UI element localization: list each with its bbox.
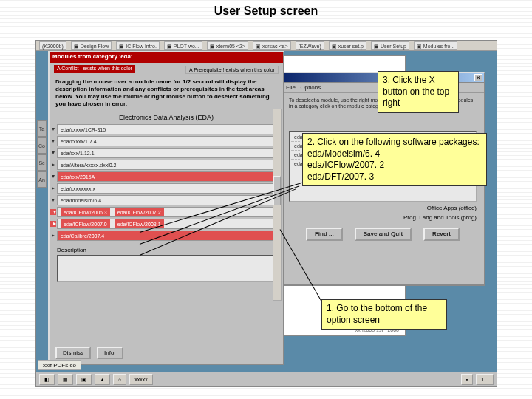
- wintab[interactable]: ▣ xuser set.p: [329, 41, 366, 50]
- module-item[interactable]: ▸eda/Altera/xxxxx.dxxl0.2: [57, 160, 276, 170]
- wintab[interactable]: ▣ Design Flow: [71, 41, 112, 50]
- close-icon[interactable]: ✕: [474, 74, 482, 81]
- menu-options[interactable]: Options: [301, 84, 321, 91]
- expand-icon[interactable]: ▸: [50, 162, 56, 168]
- callout-3: 3. Click the X button on the top right: [378, 71, 459, 113]
- save-quit-button[interactable]: Save and Quit: [355, 228, 412, 241]
- module-item[interactable]: ▾eda/xxx/1.12.1: [57, 148, 276, 158]
- page-title: User Setup screen: [0, 4, 532, 18]
- wintab[interactable]: ▣ User Setup: [371, 41, 409, 50]
- modules-instructions: Dragging the mouse over a module name fo…: [55, 78, 277, 108]
- section-label-prog: Prog. Lang and Tools (prog): [289, 214, 477, 222]
- find-button[interactable]: Find ...: [306, 228, 343, 241]
- side-tab[interactable]: Ta: [37, 120, 47, 137]
- taskbar-item[interactable]: xxxxx: [129, 374, 153, 385]
- taskbar: ◧ ▦ ▣ ▲ ⌂ xxxxx ▪ 1...: [36, 372, 497, 386]
- taskbar-item[interactable]: ▪: [461, 374, 473, 385]
- scrollbar[interactable]: [273, 109, 282, 301]
- module-item[interactable]: ▾eda/xxxxx/1.7.4: [57, 136, 276, 146]
- module-item[interactable]: ▸eda/xxxxxxxx.x: [57, 183, 276, 194]
- taskbar-item[interactable]: ⌂: [113, 374, 126, 385]
- expand-icon[interactable]: ▾: [50, 138, 56, 144]
- menu-file[interactable]: File: [286, 84, 296, 91]
- revert-button[interactable]: Revert: [423, 228, 460, 241]
- expand-icon[interactable]: ▸: [50, 185, 56, 191]
- description-label: Description: [57, 247, 276, 253]
- side-tab[interactable]: Sc: [37, 154, 47, 171]
- taskbar-item[interactable]: 1...: [476, 374, 494, 385]
- taskbar-item[interactable]: ◧: [39, 374, 55, 385]
- prereq-warning: A Prerequisite ! exists when this color: [185, 66, 279, 74]
- side-tab[interactable]: Co: [37, 137, 47, 154]
- expand-icon[interactable]: ▾: [50, 150, 56, 156]
- info-button[interactable]: Info:: [97, 347, 123, 359]
- module-item-selected[interactable]: ▾eda/ICFlow/2006.3eda/ICFlow/2007.2: [57, 207, 276, 217]
- wintab[interactable]: ▣ IC Flow Intro.: [116, 41, 160, 50]
- expand-icon[interactable]: ▾: [50, 197, 56, 203]
- modules-heading: Electronics Data Analysis (EDA): [50, 114, 283, 121]
- module-item-selected[interactable]: ▸eda/Calibre/2007.4: [57, 231, 276, 241]
- wintab[interactable]: ▣ xorsac <a>: [253, 41, 291, 50]
- window-tab-bar: (K2000b) ▣ Design Flow ▣ IC Flow Intro. …: [36, 41, 497, 51]
- expand-icon[interactable]: ▾: [50, 174, 56, 180]
- expand-icon[interactable]: ▾: [50, 126, 56, 132]
- wintab[interactable]: (K2000b): [39, 41, 66, 50]
- callout-2: 2. Click on the following software packa…: [302, 133, 487, 186]
- side-tab[interactable]: An: [37, 171, 47, 188]
- expand-icon[interactable]: ▸: [50, 221, 56, 227]
- description-box: [57, 255, 276, 282]
- module-item-selected[interactable]: ▾eda/xxx/2015A: [57, 171, 276, 182]
- modules-title: Modules from category 'eda': [50, 52, 283, 63]
- taskbar-item[interactable]: ▣: [76, 374, 92, 385]
- dismiss-button[interactable]: Dismiss: [55, 347, 91, 359]
- module-item[interactable]: ▾eda/xxxxx/1CR-315: [57, 124, 276, 134]
- pdf-tab[interactable]: xxlf PDFs.co: [38, 360, 81, 370]
- callout-1: 1. Go to the bottom of the option screen: [321, 299, 447, 330]
- taskbar-item[interactable]: ▲: [95, 374, 110, 385]
- taskbar-item[interactable]: ▦: [58, 374, 73, 385]
- wintab[interactable]: (EZWave): [296, 41, 324, 50]
- wintab[interactable]: ▣ PLOT wo...: [164, 41, 202, 50]
- expand-icon[interactable]: ▸: [50, 233, 56, 239]
- wintab[interactable]: ▣ Modules fro...: [414, 41, 457, 50]
- side-tabs: Ta Co Sc An: [37, 120, 47, 188]
- wintab[interactable]: ▣ xterm05 <2>: [207, 41, 248, 50]
- conflict-warning: A Conflict ! exists when this color: [54, 65, 135, 73]
- section-label-office: Office Apps (office): [289, 205, 477, 212]
- expand-icon[interactable]: ▾: [50, 209, 56, 215]
